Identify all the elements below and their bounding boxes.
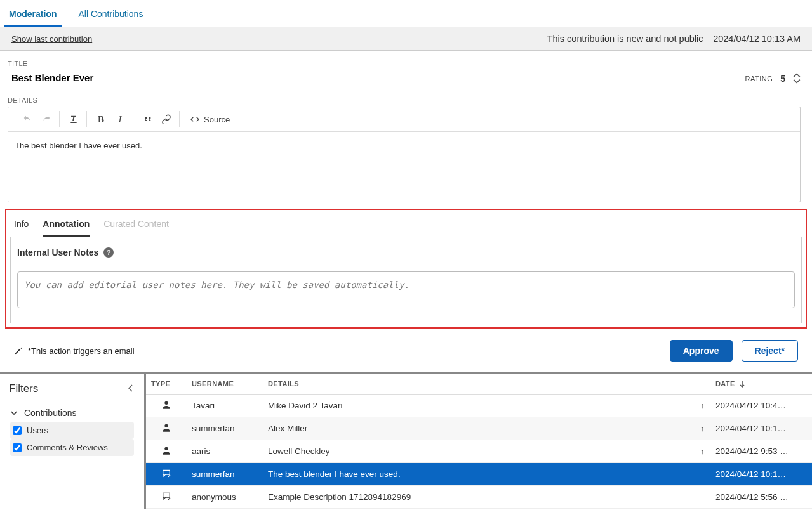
row-arrow: ↑ (694, 417, 710, 440)
tab-curated-content: Curated Content (103, 216, 169, 237)
filter-section-label: Contributions (24, 408, 77, 418)
sort-desc-icon (739, 380, 745, 388)
title-input[interactable] (8, 70, 732, 86)
italic-icon[interactable]: I (111, 111, 129, 127)
svg-point-2 (164, 424, 168, 427)
pencil-icon (14, 346, 23, 355)
col-header-date[interactable]: DATE (710, 374, 812, 395)
tab-annotation[interactable]: Annotation (43, 216, 90, 237)
row-type (146, 463, 187, 486)
arrow-up-icon: ↑ (700, 447, 704, 456)
rating-label: RATING (745, 75, 773, 82)
clear-formatting-icon[interactable] (65, 111, 83, 127)
reject-button[interactable]: Reject* (742, 340, 798, 362)
row-type (146, 440, 187, 463)
row-date: 2024/04/12 10:1… (710, 463, 812, 486)
user-icon (161, 425, 171, 434)
blockquote-icon[interactable] (138, 111, 156, 127)
tab-info[interactable]: Info (14, 216, 29, 237)
contribution-status-text: This contribution is new and not public (547, 34, 703, 44)
row-username: Tavari (187, 395, 263, 417)
arrow-up-icon: ↑ (700, 401, 704, 410)
row-type (146, 395, 187, 417)
row-arrow: ↑ (694, 440, 710, 463)
row-date: 2024/04/12 9:53 … (710, 440, 812, 463)
row-username: summerfan (187, 417, 263, 440)
trigger-email-link[interactable]: *This action triggers an email (14, 346, 135, 356)
row-username: summerfan (187, 463, 263, 486)
row-arrow: ↑ (694, 395, 710, 417)
row-username: anonymous (187, 486, 263, 509)
row-type (146, 417, 187, 440)
approve-button[interactable]: Approve (670, 340, 733, 362)
show-last-contribution-link[interactable]: Show last contribution (11, 34, 92, 44)
table-row[interactable]: summerfanThe best blender I have ever us… (146, 463, 812, 486)
details-label: DETAILS (8, 96, 801, 104)
table-row[interactable]: TavariMike David 2 Tavari↑2024/04/12 10:… (146, 395, 812, 417)
tab-moderation[interactable]: Moderation (4, 5, 62, 27)
col-header-username[interactable]: USERNAME (187, 374, 263, 395)
table-row[interactable]: aarisLowell Checkley↑2024/04/12 9:53 … (146, 440, 812, 463)
internal-notes-textarea[interactable] (17, 271, 795, 308)
filter-section-contributions[interactable]: Contributions (10, 408, 77, 418)
chevron-down-icon[interactable] (793, 79, 801, 84)
row-arrow (694, 463, 710, 486)
row-date: 2024/04/12 5:56 … (710, 486, 812, 509)
title-label: TITLE (8, 60, 732, 67)
filters-title: Filters (9, 382, 38, 395)
rating-stepper[interactable] (793, 73, 801, 84)
row-details: Mike David 2 Tavari (263, 395, 694, 417)
user-icon (161, 402, 171, 412)
svg-point-3 (164, 447, 168, 450)
link-icon[interactable] (157, 111, 175, 127)
filter-users-label: Users (27, 426, 48, 435)
row-details: Lowell Checkley (263, 440, 694, 463)
col-header-date-label: DATE (715, 380, 735, 388)
arrow-up-icon: ↑ (700, 424, 704, 433)
filter-comments-reviews[interactable]: Comments & Reviews (10, 439, 134, 456)
filter-users-checkbox[interactable] (13, 426, 22, 435)
source-button[interactable]: Source (185, 111, 235, 127)
redo-icon[interactable] (37, 111, 55, 127)
filter-comments-label: Comments & Reviews (27, 443, 108, 452)
filter-comments-checkbox[interactable] (13, 443, 22, 452)
row-date: 2024/04/12 10:1… (710, 417, 812, 440)
col-header-sort (694, 374, 710, 395)
help-icon[interactable]: ? (103, 247, 114, 258)
row-arrow (694, 486, 710, 509)
col-header-type[interactable]: TYPE (146, 374, 187, 395)
col-header-details[interactable]: DETAILS (263, 374, 694, 395)
tab-all-contributions[interactable]: All Contributions (73, 5, 148, 27)
collapse-filters-icon[interactable] (126, 384, 134, 395)
trigger-email-text: *This action triggers an email (28, 346, 135, 356)
table-row[interactable]: summerfanAlex Miller↑2024/04/12 10:1… (146, 417, 812, 440)
row-type (146, 486, 187, 509)
user-icon (161, 448, 171, 457)
undo-icon[interactable] (18, 111, 36, 127)
details-editor[interactable]: The best blender I have ever used. (8, 132, 800, 202)
contribution-timestamp: 2024/04/12 10:13 AM (713, 34, 801, 44)
bold-icon[interactable]: B (92, 111, 110, 127)
filter-users[interactable]: Users (10, 422, 134, 439)
comment-icon (161, 471, 171, 480)
svg-point-1 (164, 401, 168, 405)
source-label: Source (204, 115, 230, 124)
row-details: Example Description 1712894182969 (263, 486, 694, 509)
code-icon (190, 114, 200, 124)
rating-value: 5 (780, 74, 785, 84)
row-date: 2024/04/12 10:4… (710, 395, 812, 417)
chevron-up-icon[interactable] (793, 73, 801, 78)
comment-icon (161, 493, 171, 503)
row-details: Alex Miller (263, 417, 694, 440)
chevron-down-icon (10, 409, 18, 417)
table-row[interactable]: anonymousExample Description 17128941829… (146, 486, 812, 509)
row-username: aaris (187, 440, 263, 463)
internal-notes-title: Internal User Notes (17, 247, 98, 258)
row-details: The best blender I have ever used. (263, 463, 694, 486)
